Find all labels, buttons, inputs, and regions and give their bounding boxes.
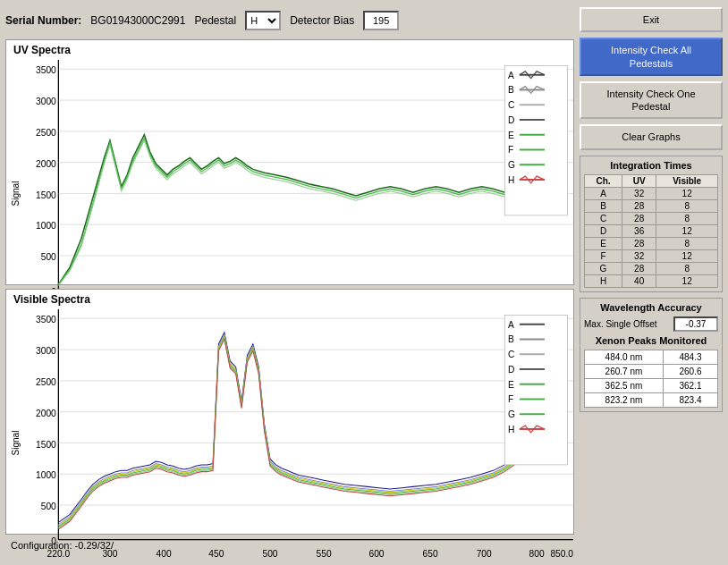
svg-text:850.0: 850.0 [550, 549, 573, 559]
svg-text:E: E [508, 131, 514, 140]
integration-section: Integration Times Ch. UV Visible A3212B2… [580, 156, 723, 292]
svg-text:800: 800 [529, 549, 545, 559]
svg-text:300: 300 [102, 549, 117, 559]
xenon-title: Xenon Peaks Monitored [584, 335, 718, 346]
svg-text:450: 450 [208, 549, 224, 559]
integration-row: B288 [585, 199, 718, 212]
pedestal-label: Pedestal [194, 14, 236, 27]
svg-text:F: F [508, 394, 513, 404]
svg-text:1500: 1500 [36, 440, 56, 450]
svg-text:3000: 3000 [36, 97, 56, 106]
exit-button[interactable]: Exit [580, 7, 723, 32]
integration-row: E288 [585, 237, 718, 249]
integration-row: H4012 [585, 274, 718, 287]
integration-row: G288 [585, 262, 718, 274]
svg-text:1000: 1000 [36, 221, 56, 231]
svg-text:3500: 3500 [36, 65, 56, 75]
col-visible: Visible [656, 174, 718, 187]
top-bar: Serial Number: BG01943000C2991 Pedestal … [5, 5, 574, 36]
svg-text:E: E [508, 380, 514, 390]
svg-text:G: G [508, 160, 515, 170]
svg-text:D: D [508, 115, 514, 125]
clear-graphs-button[interactable]: Clear Graphs [580, 124, 723, 149]
serial-value: BG01943000C2991 [90, 14, 185, 27]
svg-text:400: 400 [157, 549, 172, 559]
svg-text:500: 500 [262, 549, 277, 559]
integration-row: F3212 [585, 249, 718, 262]
svg-text:2000: 2000 [36, 159, 56, 169]
serial-label: Serial Number: [5, 14, 81, 27]
svg-text:2500: 2500 [36, 377, 56, 387]
svg-text:B: B [508, 85, 514, 95]
svg-text:3000: 3000 [36, 346, 56, 356]
uv-chart-title: UV Spectra [6, 40, 573, 60]
svg-text:A: A [508, 320, 514, 330]
wavelength-title: Wavelength Accuracy [584, 302, 718, 313]
svg-text:600: 600 [368, 549, 384, 559]
svg-text:G: G [508, 409, 515, 419]
detector-bias-value: 195 [363, 11, 399, 30]
integration-title: Integration Times [584, 160, 718, 171]
svg-text:A: A [508, 71, 514, 80]
xenon-row: 823.2 nm823.4 [585, 392, 718, 407]
svg-text:2000: 2000 [36, 409, 56, 418]
svg-text:500: 500 [41, 502, 56, 511]
svg-text:C: C [508, 350, 515, 359]
svg-text:0: 0 [51, 536, 56, 546]
svg-text:550: 550 [317, 549, 332, 559]
xenon-row: 484.0 nm484.3 [585, 350, 718, 364]
integration-table: Ch. UV Visible A3212B288C288D3612E288F32… [584, 174, 718, 288]
svg-text:2500: 2500 [36, 128, 56, 138]
svg-text:H: H [508, 175, 514, 185]
uv-chart-svg: 0 500 1000 1500 2000 2500 3000 3500 220.… [24, 60, 573, 313]
pedestal-select[interactable]: H A B C D E F G [245, 11, 281, 30]
svg-text:D: D [508, 365, 514, 375]
uv-chart: UV Spectra Signal [5, 39, 574, 285]
col-ch: Ch. [585, 174, 622, 187]
offset-value: -0.37 [673, 316, 718, 332]
svg-text:1500: 1500 [36, 190, 56, 200]
col-uv: UV [622, 174, 656, 187]
integration-row: C288 [585, 212, 718, 224]
svg-text:3500: 3500 [36, 315, 56, 325]
svg-text:F: F [508, 145, 513, 155]
integration-row: D3612 [585, 224, 718, 237]
visible-y-axis-label: Signal [6, 309, 24, 565]
svg-text:220.0: 220.0 [47, 549, 71, 559]
svg-text:B: B [508, 334, 514, 344]
offset-row: Max. Single Offset -0.37 [584, 316, 718, 332]
svg-text:700: 700 [477, 549, 492, 559]
visible-chart-svg: 0 500 1000 1500 2000 2500 3000 3500 220.… [24, 309, 573, 562]
svg-text:500: 500 [41, 252, 56, 262]
svg-text:C: C [508, 100, 515, 110]
svg-text:1000: 1000 [36, 470, 56, 480]
visible-chart: Visible Spectra Signal [5, 289, 574, 535]
svg-text:650: 650 [423, 549, 438, 559]
xenon-row: 362.5 nm362.1 [585, 378, 718, 392]
uv-y-axis-label: Signal [6, 60, 24, 327]
offset-label: Max. Single Offset [584, 319, 657, 329]
detector-bias-label: Detector Bias [290, 14, 354, 27]
wavelength-section: Wavelength Accuracy Max. Single Offset -… [580, 298, 723, 412]
svg-text:H: H [508, 425, 514, 434]
xenon-table: 484.0 nm484.3260.7 nm260.6362.5 nm362.18… [584, 350, 718, 408]
visible-chart-title: Visible Spectra [6, 290, 573, 309]
integration-row: A3212 [585, 187, 718, 199]
intensity-one-button[interactable]: Intensity Check One Pedestal [580, 81, 723, 120]
intensity-all-button[interactable]: Intensity Check All Pedestals [580, 38, 723, 76]
xenon-row: 260.7 nm260.6 [585, 364, 718, 378]
